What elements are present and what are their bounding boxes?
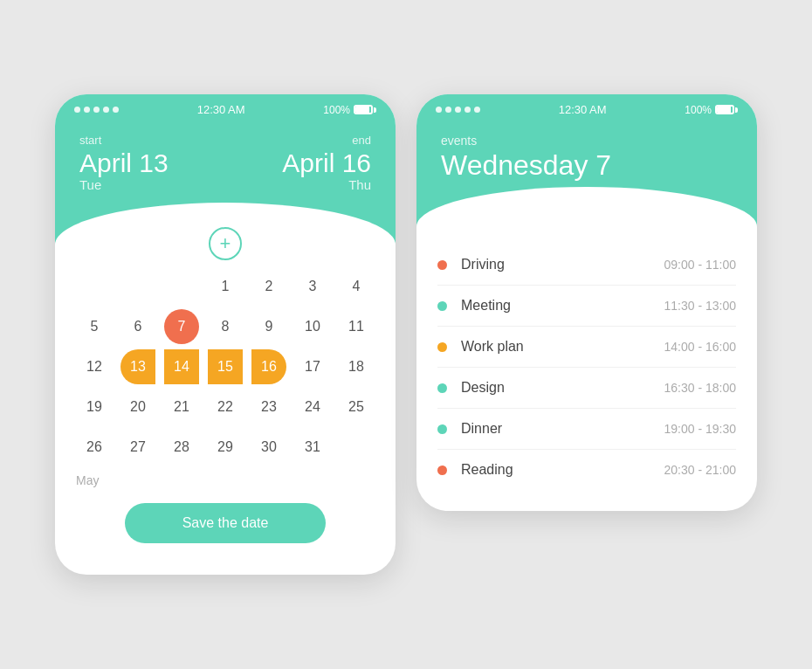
- cal-cell-2[interactable]: 2: [251, 269, 286, 304]
- event-item-meeting[interactable]: Meeting 11:30 - 13:00: [437, 286, 736, 327]
- event-name-reading: Reading: [461, 462, 664, 478]
- phones-container: 12:30 AM 100% start April 13 Tue: [55, 94, 757, 575]
- battery-fill: [355, 107, 369, 113]
- event-name-dinner: Dinner: [461, 421, 664, 437]
- add-event-button[interactable]: +: [209, 227, 242, 260]
- battery-icon-right: [715, 105, 738, 114]
- cal-cell-11[interactable]: 11: [339, 309, 374, 344]
- status-time-left: 12:30 AM: [197, 103, 245, 116]
- events-date: Wednesday 7: [441, 149, 733, 182]
- dot2: [84, 107, 90, 113]
- battery-pct-right: 100%: [685, 104, 712, 116]
- cal-cell-10[interactable]: 10: [295, 309, 330, 344]
- event-item-design[interactable]: Design 16:30 - 18:00: [437, 368, 736, 409]
- cal-cell-16-range-end[interactable]: 16: [251, 349, 286, 384]
- dot-r4: [464, 107, 471, 113]
- cal-cell-31[interactable]: 31: [295, 430, 330, 465]
- cal-cell-27[interactable]: 27: [120, 430, 155, 465]
- signal-dots-right: [436, 107, 480, 113]
- dot-r3: [455, 107, 461, 113]
- cal-cell-28[interactable]: 28: [164, 430, 199, 465]
- battery-body: [354, 105, 373, 114]
- event-time-reading: 20:30 - 21:00: [664, 463, 736, 477]
- start-day: Tue: [79, 177, 169, 192]
- event-name-driving: Driving: [461, 257, 664, 272]
- event-item-workplan[interactable]: Work plan 14:00 - 16:00: [437, 327, 736, 368]
- cal-cell-26[interactable]: 26: [77, 430, 112, 465]
- calendar-header: start April 13 Tue end April 16 Thu +: [55, 121, 396, 245]
- event-dot-design: [437, 383, 447, 393]
- dot3: [93, 107, 100, 113]
- event-dot-workplan: [437, 342, 447, 352]
- cal-cell-4[interactable]: 4: [339, 269, 374, 304]
- cal-cell-empty-end: [339, 430, 374, 465]
- calendar-phone: 12:30 AM 100% start April 13 Tue: [55, 94, 396, 575]
- start-label: start: [79, 134, 169, 147]
- battery-tip-r: [735, 107, 738, 113]
- cal-cell-14-range-mid[interactable]: 14: [164, 349, 199, 384]
- cal-cell-19[interactable]: 19: [77, 390, 112, 424]
- dot1: [74, 107, 80, 113]
- cal-row-1: 1 2 3 4: [72, 269, 378, 304]
- cal-cell-5[interactable]: 5: [77, 309, 112, 344]
- event-time-driving: 09:00 - 11:00: [664, 258, 736, 272]
- dot-r5: [474, 107, 480, 113]
- month-label: May: [76, 473, 378, 487]
- cal-cell-7-today[interactable]: 7: [164, 309, 199, 344]
- events-wave: [416, 187, 757, 231]
- cal-cell-30[interactable]: 30: [251, 430, 286, 465]
- event-time-meeting: 11:30 - 13:00: [664, 299, 736, 313]
- cal-cell-13-range-start[interactable]: 13: [120, 349, 155, 384]
- cal-cell-8[interactable]: 8: [208, 309, 243, 344]
- event-name-meeting: Meeting: [461, 298, 664, 314]
- end-date-section: end April 16 Thu: [282, 134, 371, 192]
- event-time-dinner: 19:00 - 19:30: [664, 422, 736, 436]
- cal-cell-3[interactable]: 3: [295, 269, 330, 304]
- event-dot-driving: [437, 260, 447, 270]
- battery-tip: [374, 107, 376, 113]
- dot-r1: [436, 107, 442, 113]
- cal-cell-17[interactable]: 17: [295, 349, 330, 384]
- cal-cell-23[interactable]: 23: [251, 390, 286, 424]
- event-time-design: 16:30 - 18:00: [664, 381, 736, 395]
- event-item-reading[interactable]: Reading 20:30 - 21:00: [437, 450, 736, 490]
- cal-row-3-range: 12 13 14 15 16 17 18: [72, 349, 378, 384]
- end-day: Thu: [348, 177, 371, 192]
- event-item-driving[interactable]: Driving 09:00 - 11:00: [437, 245, 736, 286]
- cal-cell-12[interactable]: 12: [77, 349, 112, 384]
- events-header: events Wednesday 7: [416, 121, 757, 231]
- dot5: [113, 107, 119, 113]
- cal-cell-21[interactable]: 21: [164, 390, 199, 424]
- cal-cell-empty3: [164, 269, 199, 304]
- end-date: April 16: [282, 148, 371, 177]
- start-date: April 13: [79, 148, 169, 177]
- cal-cell-20[interactable]: 20: [120, 390, 155, 424]
- cal-cell-22[interactable]: 22: [208, 390, 243, 424]
- calendar-header-dates: start April 13 Tue end April 16 Thu: [79, 134, 371, 192]
- start-date-section: start April 13 Tue: [79, 134, 169, 192]
- event-item-dinner[interactable]: Dinner 19:00 - 19:30: [437, 409, 736, 450]
- cal-cell-25[interactable]: 25: [339, 390, 374, 424]
- event-name-workplan: Work plan: [461, 339, 664, 355]
- cal-cell-9[interactable]: 9: [251, 309, 286, 344]
- battery-right: 100%: [685, 104, 738, 116]
- cal-cell-18[interactable]: 18: [339, 349, 374, 384]
- cal-cell-1[interactable]: 1: [208, 269, 243, 304]
- battery-icon-left: [354, 105, 376, 114]
- cal-row-4: 19 20 21 22 23 24 25: [72, 390, 378, 424]
- cal-cell-29[interactable]: 29: [208, 430, 243, 465]
- signal-dots: [74, 107, 119, 113]
- dot-r2: [445, 107, 451, 113]
- events-phone: 12:30 AM 100% events Wednesday 7 Drivin: [416, 94, 757, 511]
- cal-cell-24[interactable]: 24: [295, 390, 330, 424]
- dot4: [103, 107, 109, 113]
- event-time-workplan: 14:00 - 16:00: [664, 340, 736, 354]
- status-bar-right: 12:30 AM 100%: [416, 94, 757, 121]
- events-body: Driving 09:00 - 11:00 Meeting 11:30 - 13…: [416, 231, 757, 511]
- event-name-design: Design: [461, 380, 664, 396]
- cal-cell-empty1: [77, 269, 112, 304]
- cal-cell-6[interactable]: 6: [120, 309, 155, 344]
- status-bar-left: 12:30 AM 100%: [55, 94, 396, 121]
- cal-cell-15-range-mid[interactable]: 15: [208, 349, 243, 384]
- save-date-button[interactable]: Save the date: [125, 503, 326, 543]
